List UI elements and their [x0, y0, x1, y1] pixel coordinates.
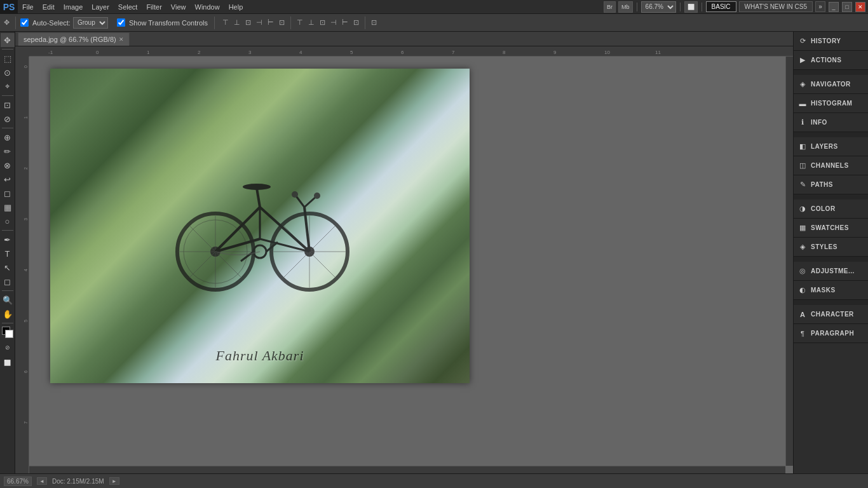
quick-mask-btn[interactable]: ⊘: [1, 341, 15, 355]
menu-file[interactable]: File: [18, 2, 38, 12]
horizontal-scrollbar[interactable]: [29, 466, 785, 473]
history-brush-tool[interactable]: ↩: [1, 172, 15, 186]
align-left-icon[interactable]: ⊣: [255, 18, 264, 27]
canvas-viewport: -1 0 1 2 3 4 5 6 7 8 9 10 11 0 1 2 3 4: [15, 46, 793, 473]
quick-select-tool[interactable]: ⌖: [1, 79, 15, 93]
pen-tool[interactable]: ✒: [1, 233, 15, 247]
close-btn[interactable]: ✕: [855, 2, 865, 12]
mini-bridge-button[interactable]: Mb: [618, 1, 633, 13]
panel-navigator[interactable]: ◈ NAVIGATOR: [794, 75, 868, 94]
align-top-icon[interactable]: ⊤: [221, 18, 230, 27]
panel-history[interactable]: ⟳ HISTORY: [794, 32, 868, 51]
navigator-icon: ◈: [797, 79, 808, 90]
eyedropper-tool[interactable]: ⊘: [1, 112, 15, 126]
menu-filter[interactable]: Filter: [142, 2, 166, 12]
ruler-tick: 7: [452, 50, 454, 55]
panel-character[interactable]: A CHARACTER: [794, 305, 868, 324]
menu-edit[interactable]: Edit: [38, 2, 59, 12]
status-nav-next[interactable]: ►: [109, 477, 119, 485]
distribute-vcenter-icon[interactable]: ⊥: [307, 18, 316, 27]
panel-paths[interactable]: ✎ PATHS: [794, 175, 868, 194]
lasso-tool[interactable]: ⊙: [1, 65, 15, 79]
workspace-basic-btn[interactable]: BASIC: [706, 1, 736, 12]
ruler-tick-v: 6: [24, 370, 28, 373]
tab-close-icon[interactable]: ✕: [119, 36, 124, 43]
ruler-horizontal: -1 0 1 2 3 4 5 6 7 8 9 10 11: [29, 46, 793, 57]
ruler-tick: 6: [401, 50, 403, 55]
panel-gap-5: [794, 300, 868, 305]
color-selector[interactable]: [1, 325, 15, 339]
healing-tool[interactable]: ⊕: [1, 130, 15, 144]
align-right-icon[interactable]: ⊡: [278, 18, 286, 27]
document-tab[interactable]: sepeda.jpg @ 66.7% (RGB/8) ✕: [18, 32, 130, 46]
paths-icon: ✎: [797, 180, 808, 190]
panel-layers[interactable]: ◧ LAYERS: [794, 137, 868, 156]
minimize-btn[interactable]: _: [829, 2, 839, 12]
layers-icon: ◧: [797, 142, 808, 152]
brush-tool[interactable]: ✏: [1, 144, 15, 158]
panel-adjustments[interactable]: ◎ ADJUSTME...: [794, 262, 868, 281]
screen-mode-btn[interactable]: ⬜: [684, 1, 698, 13]
menu-view[interactable]: View: [166, 2, 191, 12]
workspace-more-btn[interactable]: »: [815, 1, 825, 12]
vertical-scrollbar[interactable]: [785, 57, 793, 466]
dodge-tool[interactable]: ○: [1, 214, 15, 228]
eraser-tool[interactable]: ◻: [1, 186, 15, 200]
panel-actions[interactable]: ▶ ACTIONS: [794, 51, 868, 70]
distribute-bottom-icon[interactable]: ⊡: [318, 18, 327, 27]
history-label: HISTORY: [811, 37, 841, 44]
panel-paragraph[interactable]: ¶ PARAGRAPH: [794, 324, 868, 343]
clone-tool[interactable]: ⊗: [1, 158, 15, 172]
status-zoom[interactable]: 66.67%: [4, 477, 32, 486]
zoom-tool[interactable]: 🔍: [1, 293, 15, 307]
distribute-hcenter-icon[interactable]: ⊢: [341, 18, 349, 27]
hand-tool[interactable]: ✋: [1, 307, 15, 321]
auto-select-type[interactable]: Group Layer: [73, 17, 108, 29]
marquee-tool[interactable]: ⬚: [1, 51, 15, 65]
zoom-select[interactable]: 66.7%: [641, 1, 676, 13]
menu-select[interactable]: Select: [114, 2, 142, 12]
restore-btn[interactable]: □: [842, 2, 852, 12]
panel-channels[interactable]: ◫ CHANNELS: [794, 156, 868, 175]
tab-bar: sepeda.jpg @ 66.7% (RGB/8) ✕: [15, 32, 793, 46]
auto-align-icon[interactable]: ⊡: [370, 18, 378, 27]
menu-help[interactable]: Help: [224, 2, 248, 12]
panel-styles[interactable]: ◈ STYLES: [794, 238, 868, 257]
panel-masks[interactable]: ◐ MASKS: [794, 281, 868, 300]
menu-layer[interactable]: Layer: [87, 2, 114, 12]
ruler-tick-v: 2: [24, 167, 28, 170]
whats-new-btn[interactable]: WHAT'S NEW IN CS5: [739, 1, 813, 12]
align-bottom-icon[interactable]: ⊡: [244, 18, 252, 27]
info-icon: ℹ: [797, 118, 808, 128]
ruler-tick-v: 3: [24, 218, 28, 220]
ruler-tick-v: 4: [24, 269, 28, 271]
panel-swatches[interactable]: ▦ SWATCHES: [794, 219, 868, 238]
screen-mode-btn-toolbar[interactable]: ⬜: [1, 356, 15, 370]
actions-icon: ▶: [797, 55, 808, 65]
align-vcenter-icon[interactable]: ⊥: [233, 18, 241, 27]
menu-image[interactable]: Image: [59, 2, 88, 12]
path-select-tool[interactable]: ↖: [1, 261, 15, 274]
align-hcenter-icon[interactable]: ⊢: [266, 18, 275, 27]
actions-label: ACTIONS: [811, 57, 842, 64]
gradient-tool[interactable]: ▦: [1, 200, 15, 214]
move-tool[interactable]: ✥: [1, 33, 15, 47]
shape-tool[interactable]: ◻: [1, 274, 15, 288]
ruler-vertical: 0 1 2 3 4 5 6 7: [15, 46, 29, 473]
panel-color[interactable]: ◑ COLOR: [794, 200, 868, 219]
auto-select-checkbox[interactable]: [20, 18, 29, 27]
panel-histogram[interactable]: ▬ HISTOGRAM: [794, 94, 868, 113]
menu-window[interactable]: Window: [191, 2, 224, 12]
show-transform-checkbox[interactable]: [117, 18, 125, 27]
distribute-left-icon[interactable]: ⊣: [329, 18, 338, 27]
distribute-top-icon[interactable]: ⊤: [295, 18, 304, 27]
panel-info[interactable]: ℹ INFO: [794, 113, 868, 132]
ruler-tick: 2: [198, 50, 200, 55]
text-tool[interactable]: T: [1, 247, 15, 261]
bridge-button[interactable]: Br: [604, 1, 616, 13]
crop-tool[interactable]: ⊡: [1, 98, 15, 112]
status-nav-prev[interactable]: ◄: [37, 477, 47, 485]
ruler-tick-v: 1: [24, 116, 28, 119]
status-doc-size: Doc: 2.15M/2.15M: [52, 478, 104, 485]
distribute-right-icon[interactable]: ⊡: [352, 18, 360, 27]
